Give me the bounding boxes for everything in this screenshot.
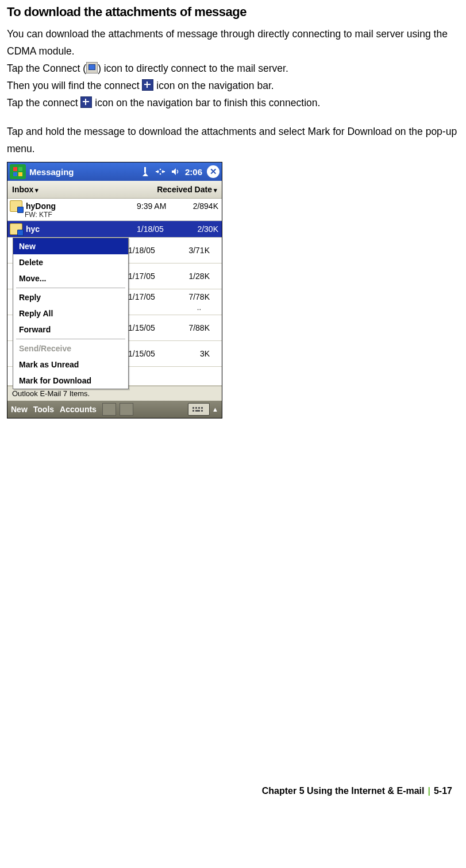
svg-rect-2 <box>13 172 17 176</box>
sip-up-icon[interactable]: ▲ <box>212 406 218 413</box>
footer-separator: | <box>428 786 430 796</box>
svg-point-6 <box>160 173 161 175</box>
paragraph-3: Then you will find the connect icon on t… <box>7 77 459 94</box>
command-bar: New Tools Accounts ▲ <box>7 401 222 418</box>
msg-from: hyDong <box>26 202 137 211</box>
title-bar: Messaging 2:06 ✕ <box>7 162 222 181</box>
msg-size: 2/894K <box>182 202 218 211</box>
cmd-new[interactable]: New <box>11 405 28 414</box>
menu-delete[interactable]: Delete <box>13 254 128 270</box>
menu-reply[interactable]: Reply <box>13 289 128 305</box>
p3-text-a: Then you will find the connect <box>7 80 142 91</box>
msg-size: 3/71K <box>173 246 210 255</box>
msg-subject: FW: KTF <box>25 211 218 219</box>
p2-text-a: Tap the Connect ( <box>7 63 86 74</box>
context-menu: New Delete Move... Reply Reply All Forwa… <box>13 238 129 389</box>
menu-reply-all[interactable]: Reply All <box>13 305 128 321</box>
connect-icon <box>86 62 98 73</box>
menu-move[interactable]: Move... <box>13 270 128 286</box>
connect-nav-icon <box>142 79 153 91</box>
menu-mark-download[interactable]: Mark for Download <box>13 373 128 389</box>
svg-rect-13 <box>195 410 200 412</box>
page-footer: Chapter 5 Using the Internet & E-mail|5-… <box>7 786 459 796</box>
svg-rect-12 <box>192 410 194 412</box>
msg-size: 1/28K <box>173 272 210 281</box>
folder-dropdown[interactable]: Inbox <box>12 185 38 194</box>
p4-text-b: icon on the navigation bar to finish thi… <box>92 97 320 108</box>
keyboard-icon[interactable] <box>188 403 210 416</box>
svg-rect-0 <box>13 167 17 171</box>
svg-point-5 <box>160 169 161 170</box>
footer-page: 5-17 <box>434 786 452 796</box>
volume-icon[interactable] <box>170 166 181 177</box>
app-title: Messaging <box>29 167 74 177</box>
section-heading: To download the attachments of message <box>7 5 459 20</box>
msg-from: hyc <box>26 224 137 234</box>
paragraph-4: Tap the connect icon on the navigation b… <box>7 94 459 111</box>
menu-new[interactable]: New <box>13 238 128 254</box>
paragraph-2: Tap the Connect () icon to directly conn… <box>7 60 459 77</box>
p3-text-b: icon on the navigation bar. <box>153 80 274 91</box>
menu-send-receive: Send/Receive <box>13 340 128 356</box>
msg-date: 1/17/05 <box>128 292 173 301</box>
msg-size: 3K <box>173 349 210 358</box>
msg-date: 1/18/05 <box>137 224 182 234</box>
clock-time[interactable]: 2:06 <box>185 167 202 177</box>
msg-size: 7/88K <box>173 323 210 332</box>
msg-size: 7/78K <box>173 292 210 301</box>
p4-text-a: Tap the connect <box>7 97 80 108</box>
msg-date: 1/15/05 <box>128 349 173 358</box>
svg-rect-1 <box>18 167 22 171</box>
list-header: Inbox Received Date <box>7 181 222 199</box>
mail-attachment-icon <box>10 200 22 212</box>
cmd-tools[interactable]: Tools <box>33 405 54 414</box>
signal-icon[interactable] <box>140 166 151 177</box>
message-row[interactable]: hyDong 9:39 AM 2/894K FW: KTF <box>7 199 222 221</box>
msg-size: 2/30K <box>182 224 218 234</box>
connectivity-icon[interactable] <box>155 166 166 177</box>
message-row-selected[interactable]: hyc 1/18/05 2/30K <box>7 221 222 238</box>
svg-rect-11 <box>201 407 203 409</box>
toolbar-icon-1[interactable] <box>102 403 116 416</box>
paragraph-5: Tap and hold the message to download the… <box>7 123 459 157</box>
paragraph-1: You can download the attachments of mess… <box>7 25 459 60</box>
mail-attachment-icon <box>10 223 22 235</box>
device-screenshot: Messaging 2:06 ✕ Inbox Received Date hyD… <box>7 162 222 418</box>
svg-rect-9 <box>195 407 197 409</box>
start-icon[interactable] <box>10 164 26 179</box>
cmd-accounts[interactable]: Accounts <box>60 405 97 414</box>
msg-time: 9:39 AM <box>137 202 182 211</box>
connect-nav-icon-2 <box>80 96 92 108</box>
svg-rect-8 <box>192 407 194 409</box>
close-icon[interactable]: ✕ <box>207 165 219 178</box>
menu-mark-unread[interactable]: Mark as Unread <box>13 356 128 373</box>
menu-forward[interactable]: Forward <box>13 321 128 338</box>
footer-chapter: Chapter 5 Using the Internet & E-mail <box>262 786 425 796</box>
svg-rect-4 <box>144 167 146 173</box>
msg-date: 1/17/05 <box>128 272 173 281</box>
svg-rect-3 <box>18 172 22 176</box>
svg-rect-14 <box>201 410 203 412</box>
msg-extra: .. <box>128 303 218 312</box>
msg-date: 1/18/05 <box>128 246 173 255</box>
svg-rect-10 <box>198 407 200 409</box>
sort-dropdown[interactable]: Received Date <box>157 185 217 194</box>
svg-rect-7 <box>191 406 206 413</box>
toolbar-icon-2[interactable] <box>120 403 133 416</box>
p2-text-b: ) icon to directly connect to the mail s… <box>98 63 288 74</box>
msg-date: 1/15/05 <box>128 323 173 332</box>
